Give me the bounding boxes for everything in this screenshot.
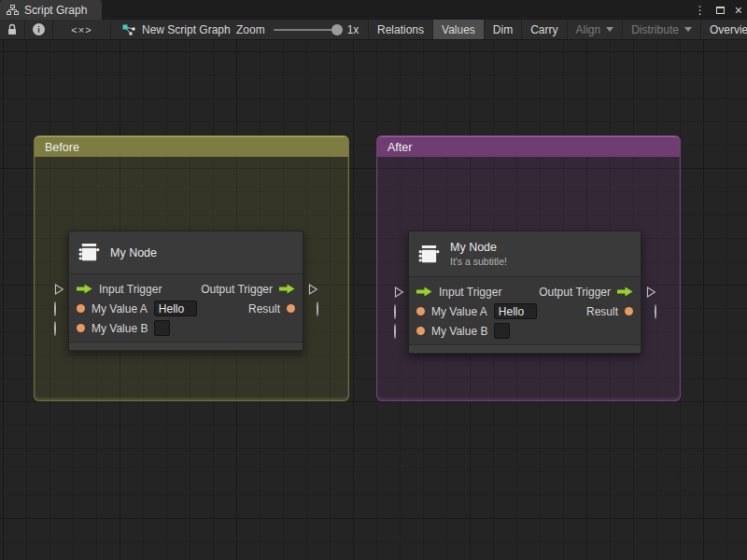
zoom-slider-handle[interactable] — [331, 24, 343, 35]
port-row-trigger: Input Trigger Output Trigger — [409, 282, 641, 301]
node-footer — [69, 342, 303, 350]
value-b-input[interactable] — [494, 323, 510, 339]
port-label: My Value B — [431, 325, 487, 338]
lock-button[interactable] — [0, 20, 25, 39]
port-row-value-a: My Value A Result — [409, 301, 641, 321]
chevron-down-icon — [606, 27, 613, 32]
tab-title: Script Graph — [24, 4, 87, 17]
node-header[interactable]: My Node — [69, 231, 303, 274]
trigger-in-icon[interactable] — [77, 284, 92, 294]
relations-button[interactable]: Relations — [368, 20, 433, 39]
value-a-input[interactable] — [494, 303, 537, 319]
window-menu-icon[interactable]: ⋮ — [695, 4, 706, 17]
maximize-icon[interactable] — [716, 7, 725, 14]
node-port-rows: Input Trigger Output Trigger My Value A — [69, 274, 303, 342]
port-row-value-b: My Value B — [69, 318, 303, 338]
node-subtitle: It's a subtitle! — [450, 256, 507, 267]
port-label: Output Trigger — [539, 286, 611, 299]
port-label: Result — [248, 302, 280, 315]
toolbar-toggle-buttons: Relations Values Dim Carry Align Distrib… — [368, 20, 747, 39]
value-b-input[interactable] — [154, 320, 170, 336]
value-port-icon[interactable] — [416, 327, 425, 335]
distribute-dropdown-button[interactable]: Distribute — [623, 20, 701, 39]
graph-toolbar: i <×> New Script Graph Zoom 1x Relations… — [0, 20, 747, 40]
node-my-node-after[interactable]: My Node It's a subtitle! Input Trigger O… — [408, 231, 641, 354]
value-port-icon[interactable] — [77, 304, 85, 313]
external-output-trigger-port[interactable] — [308, 283, 318, 295]
zoom-value: 1x — [347, 23, 359, 36]
zoom-label: Zoom — [236, 23, 265, 36]
port-label: Input Trigger — [439, 286, 501, 299]
port-row-trigger: Input Trigger Output Trigger — [69, 279, 303, 299]
external-input-trigger-port[interactable] — [394, 286, 404, 298]
port-label: Result — [586, 305, 618, 318]
node-header[interactable]: My Node It's a subtitle! — [409, 231, 641, 277]
port-label: My Value A — [431, 305, 487, 318]
result-port-icon[interactable] — [287, 304, 295, 313]
overview-button[interactable]: Overview — [701, 20, 747, 39]
values-button[interactable]: Values — [433, 20, 485, 39]
align-dropdown-button[interactable]: Align — [568, 20, 624, 39]
node-footer — [409, 344, 641, 353]
external-output-trigger-port[interactable] — [646, 286, 656, 298]
info-button[interactable]: i — [25, 20, 53, 39]
graph-name-label: New Script Graph — [142, 23, 231, 36]
group-title: After — [388, 141, 412, 154]
port-label: Output Trigger — [201, 283, 273, 296]
zoom-slider[interactable] — [274, 29, 339, 31]
lock-icon — [7, 23, 18, 35]
group-after-header[interactable]: After — [377, 136, 680, 157]
port-label: My Value B — [92, 322, 148, 335]
node-title: My Node — [450, 241, 507, 254]
value-port-icon[interactable] — [416, 307, 425, 315]
code-icon: <×> — [71, 24, 92, 35]
node-title: My Node — [110, 246, 157, 259]
port-row-value-b: My Value B — [409, 321, 641, 341]
port-row-value-a: My Value A Result — [69, 299, 303, 318]
script-graph-asset-icon — [122, 24, 135, 35]
dim-button[interactable]: Dim — [485, 20, 522, 39]
value-port-icon[interactable] — [77, 324, 85, 332]
unit-node-icon — [78, 242, 101, 263]
tab-bar: Script Graph ⋮ × — [0, 0, 747, 20]
node-port-rows: Input Trigger Output Trigger My Value A — [409, 277, 641, 344]
info-icon: i — [33, 23, 45, 35]
code-view-button[interactable]: <×> — [53, 20, 111, 39]
external-input-trigger-port[interactable] — [54, 283, 64, 295]
tab-script-graph[interactable]: Script Graph — [0, 0, 102, 20]
window-controls: ⋮ × — [695, 0, 742, 20]
graph-hierarchy-icon — [7, 5, 19, 15]
value-a-input[interactable] — [154, 301, 197, 316]
group-title: Before — [45, 141, 79, 154]
group-before-header[interactable]: Before — [35, 136, 348, 157]
graph-canvas[interactable]: Before After My Node — [0, 40, 747, 560]
trigger-out-icon[interactable] — [617, 287, 633, 297]
trigger-in-icon[interactable] — [416, 287, 432, 297]
trigger-out-icon[interactable] — [279, 284, 295, 294]
port-label: Input Trigger — [99, 283, 162, 296]
port-label: My Value A — [92, 302, 148, 315]
node-my-node-before[interactable]: My Node Input Trigger Output Trigger — [68, 231, 303, 351]
chevron-down-icon — [684, 27, 692, 32]
zoom-control: Zoom 1x — [236, 20, 359, 39]
unity-script-graph-window: Script Graph ⋮ × i <×> — [0, 0, 747, 560]
close-icon[interactable]: × — [735, 4, 742, 17]
graph-breadcrumb[interactable]: New Script Graph — [122, 20, 231, 39]
result-port-icon[interactable] — [625, 307, 633, 315]
unit-node-icon — [417, 244, 441, 265]
carry-button[interactable]: Carry — [522, 20, 567, 39]
